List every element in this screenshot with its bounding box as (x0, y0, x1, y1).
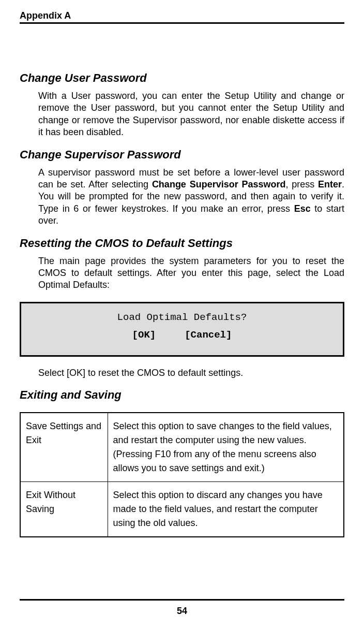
heading-exiting-saving: Exiting and Saving (20, 388, 344, 402)
body-select-ok: Select [OK] to reset the CMOS to default… (38, 367, 344, 379)
dialog-title: Load Optimal Defaults? (21, 312, 343, 323)
dialog-load-defaults: Load Optimal Defaults? [OK][Cancel] (20, 302, 344, 357)
exit-save-table: Save Settings and Exit Select this optio… (20, 412, 344, 537)
cell-exit-without-saving-label: Exit Without Saving (20, 482, 108, 537)
ok-button[interactable]: [OK] (132, 329, 156, 341)
cell-exit-without-saving-desc: Select this option to discard any change… (108, 482, 344, 537)
bold-esc: Esc (294, 203, 311, 214)
heading-resetting-cmos: Resetting the CMOS to Default Settings (20, 237, 344, 250)
body-change-supervisor-password: A supervisor password must be set before… (38, 167, 344, 227)
cancel-button[interactable]: [Cancel] (185, 329, 232, 341)
bold-change-supervisor-password: Change Supervisor Password (152, 179, 286, 189)
body-resetting-cmos: The main page provides the system parame… (38, 255, 344, 291)
body-change-user-password: With a User password, you can enter the … (38, 90, 344, 139)
dialog-buttons: [OK][Cancel] (21, 329, 343, 341)
page-number: 54 (177, 606, 187, 616)
page-footer: 54 (20, 599, 344, 617)
bold-enter: Enter (318, 179, 342, 189)
heading-change-user-password: Change User Password (20, 71, 344, 85)
heading-change-supervisor-password: Change Supervisor Password (20, 148, 344, 162)
table-row: Exit Without Saving Select this option t… (20, 482, 344, 537)
text-fragment: , press (285, 179, 318, 189)
table-row: Save Settings and Exit Select this optio… (20, 413, 344, 482)
cell-save-settings-label: Save Settings and Exit (20, 413, 108, 482)
page-header: Appendix A (20, 10, 344, 24)
cell-save-settings-desc: Select this option to save changes to th… (108, 413, 344, 482)
